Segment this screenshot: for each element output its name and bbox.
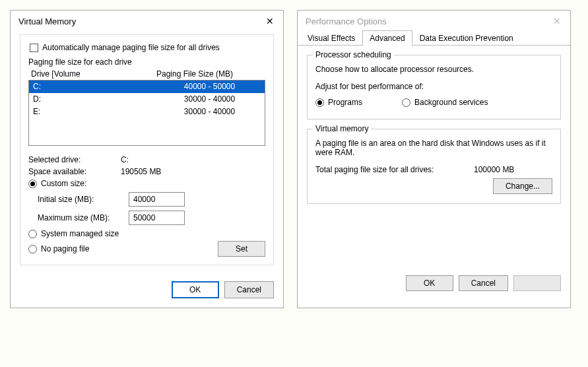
drive-name: D: <box>33 94 158 105</box>
tab-advanced[interactable]: Advanced <box>362 30 412 46</box>
space-label: Space available: <box>28 167 121 176</box>
drive-name: C: <box>33 81 158 92</box>
vm-legend: Virtual memory <box>313 124 371 133</box>
ok-button[interactable]: OK <box>172 281 219 298</box>
titlebar: Performance Options ✕ <box>298 11 570 30</box>
background-label: Background services <box>414 98 488 107</box>
selected-drive-value: C: <box>121 155 129 164</box>
close-icon[interactable]: ✕ <box>550 16 564 26</box>
set-button[interactable]: Set <box>218 241 265 257</box>
drive-row[interactable]: E: 30000 - 40000 <box>29 106 265 118</box>
processor-scheduling-group: Processor scheduling Choose how to alloc… <box>307 55 561 119</box>
total-label: Total paging file size for all drives: <box>315 165 474 174</box>
dialog-title: Performance Options <box>306 17 387 26</box>
change-button[interactable]: Change... <box>493 178 552 194</box>
max-size-label: Maximum size (MB): <box>38 213 123 222</box>
initial-size-label: Initial size (MB): <box>38 195 123 204</box>
max-size-input[interactable] <box>129 211 185 225</box>
vm-desc: A paging file is an area on the hard dis… <box>315 139 552 157</box>
radio-icon[interactable] <box>315 98 324 107</box>
selected-drive-label: Selected drive: <box>28 155 121 164</box>
cancel-button[interactable]: Cancel <box>224 281 274 298</box>
initial-size-row: Initial size (MB): <box>38 192 265 207</box>
system-managed-label: System managed size <box>41 229 119 238</box>
drive-row[interactable]: C: 40000 - 50000 <box>29 81 265 93</box>
apply-button[interactable]: . <box>513 275 561 291</box>
drive-row[interactable]: D: 30000 - 40000 <box>29 93 265 106</box>
drive-size: 40000 - 50000 <box>158 81 261 92</box>
background-radio[interactable]: Background services <box>402 98 488 107</box>
cancel-button[interactable]: Cancel <box>459 275 508 291</box>
max-size-row: Maximum size (MB): <box>38 211 265 225</box>
selected-drive-row: Selected drive: C: <box>28 155 265 164</box>
tab-strip: Visual Effects Advanced Data Execution P… <box>298 30 570 46</box>
no-paging-radio[interactable]: No paging file <box>28 244 89 253</box>
processor-legend: Processor scheduling <box>313 50 394 59</box>
header-size: Paging File Size (MB) <box>156 69 233 79</box>
custom-size-radio[interactable]: Custom size: <box>28 179 265 188</box>
drive-size: 30000 - 40000 <box>158 106 261 117</box>
auto-manage-checkbox-row[interactable]: Automatically manage paging file size fo… <box>30 43 265 52</box>
header-drive: Drive [Volume <box>31 69 156 79</box>
paging-group-label: Paging file size for each drive <box>28 57 265 67</box>
virtual-memory-group: Virtual memory A paging file is an area … <box>307 129 561 204</box>
virtual-memory-dialog: Virtual Memory ✕ Automatically manage pa… <box>10 10 284 308</box>
close-icon[interactable]: ✕ <box>263 16 277 26</box>
radio-icon[interactable] <box>28 180 37 188</box>
inner-panel: Automatically manage paging file size fo… <box>20 34 274 265</box>
checkbox-icon[interactable] <box>30 44 38 52</box>
space-value: 190505 MB <box>121 167 161 176</box>
dialog-title: Virtual Memory <box>18 17 76 26</box>
adjust-label: Adjust for best performance of: <box>315 82 552 91</box>
tab-visual-effects[interactable]: Visual Effects <box>300 30 362 46</box>
processor-desc: Choose how to allocate processor resourc… <box>315 65 552 74</box>
initial-size-input[interactable] <box>129 192 185 207</box>
dialog-actions: OK Cancel <box>11 275 283 308</box>
auto-manage-label: Automatically manage paging file size fo… <box>42 43 220 52</box>
tab-body: Processor scheduling Choose how to alloc… <box>298 46 570 269</box>
no-paging-label: No paging file <box>41 244 89 253</box>
programs-radio[interactable]: Programs <box>315 98 362 107</box>
system-managed-radio[interactable]: System managed size <box>28 229 265 238</box>
dialog-actions: OK Cancel . <box>298 269 570 300</box>
radio-icon[interactable] <box>28 245 37 253</box>
custom-size-label: Custom size: <box>41 179 86 188</box>
programs-label: Programs <box>328 98 362 107</box>
titlebar: Virtual Memory ✕ <box>11 11 283 30</box>
tab-dep[interactable]: Data Execution Prevention <box>412 30 521 46</box>
ok-button[interactable]: OK <box>406 275 453 291</box>
drive-list[interactable]: C: 40000 - 50000 D: 30000 - 40000 E: 300… <box>28 80 265 146</box>
total-value: 100000 MB <box>474 165 514 174</box>
drive-list-headers: Drive [Volume Paging File Size (MB) <box>28 68 265 80</box>
radio-icon[interactable] <box>28 230 37 238</box>
total-paging-row: Total paging file size for all drives: 1… <box>315 165 552 174</box>
performance-options-dialog: Performance Options ✕ Visual Effects Adv… <box>297 10 571 308</box>
drive-size: 30000 - 40000 <box>158 94 261 105</box>
drive-name: E: <box>33 106 158 117</box>
space-available-row: Space available: 190505 MB <box>28 167 265 176</box>
radio-icon[interactable] <box>402 98 410 107</box>
